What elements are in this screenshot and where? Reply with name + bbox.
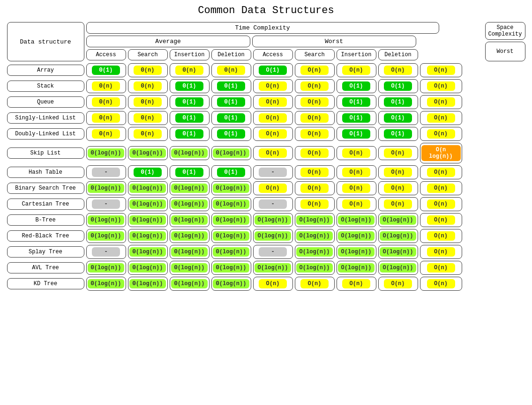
- main-table: Data structure Time Complexity Average W…: [6, 21, 526, 292]
- avg-cell: Θ(n): [170, 63, 210, 77]
- avg-cell: Θ(log(n)): [170, 277, 210, 291]
- avg-cell: Θ(log(n)): [170, 213, 210, 227]
- worst-cell: O(log(n)): [378, 229, 418, 243]
- avg-insertion-header: Insertion: [170, 49, 210, 60]
- worst-search-header: Search: [295, 49, 335, 60]
- worst-cell: O(log(n)): [295, 261, 335, 275]
- avg-cell: Θ(n): [128, 111, 168, 125]
- ds-name: Hash Table: [7, 167, 84, 178]
- ds-name: AVL Tree: [7, 262, 84, 273]
- worst-cell: O(1): [337, 111, 376, 125]
- table-row: Binary Search TreeΘ(log(n))Θ(log(n))Θ(lo…: [6, 180, 526, 196]
- avg-cell: Θ(log(n)): [86, 277, 126, 291]
- table-row: StackΘ(n)Θ(n)Θ(1)Θ(1)O(n)O(n)O(1)O(1)O(n…: [6, 78, 526, 94]
- avg-cell: Θ(1): [86, 63, 126, 77]
- avg-cell: Θ(log(n)): [211, 213, 251, 227]
- avg-cell: Θ(log(n)): [128, 197, 168, 211]
- worst-cell: O(n): [253, 127, 293, 141]
- worst-cell: O(n): [295, 181, 335, 195]
- avg-cell: Θ(n): [86, 95, 126, 109]
- worst-cell: O(n): [295, 127, 335, 141]
- avg-cell: Θ(log(n)): [170, 197, 210, 211]
- avg-cell: Θ(1): [170, 127, 210, 141]
- ds-name: Stack: [7, 81, 84, 92]
- average-header: Average: [86, 36, 250, 47]
- worst-cell: O(n): [378, 181, 418, 195]
- avg-cell: Θ(1): [211, 95, 251, 109]
- avg-cell: Θ(1): [128, 165, 168, 179]
- avg-cell: Θ(n): [86, 111, 126, 125]
- avg-cell: Θ(1): [170, 79, 210, 93]
- worst-cell: O(1): [253, 63, 293, 77]
- ds-header: Data structure: [7, 22, 84, 61]
- worst-cell: -: [253, 165, 293, 179]
- worst-header: Worst: [252, 36, 416, 47]
- avg-cell: Θ(log(n)): [211, 229, 251, 243]
- worst-cell: O(log(n)): [378, 213, 418, 227]
- space-cell: O(n): [420, 245, 462, 259]
- worst-cell: O(n): [295, 165, 335, 179]
- worst-cell: O(n): [337, 146, 376, 160]
- avg-cell: Θ(log(n)): [86, 181, 126, 195]
- avg-cell: Θ(log(n)): [128, 146, 168, 160]
- worst-cell: O(log(n)): [337, 229, 376, 243]
- avg-cell: Θ(log(n)): [128, 213, 168, 227]
- worst-cell: O(1): [337, 95, 376, 109]
- avg-cell: Θ(log(n)): [211, 197, 251, 211]
- worst-cell: O(log(n)): [253, 229, 293, 243]
- avg-cell: Θ(log(n)): [211, 245, 251, 259]
- table-row: AVL TreeΘ(log(n))Θ(log(n))Θ(log(n))Θ(log…: [6, 260, 526, 276]
- worst-cell: O(n): [295, 63, 335, 77]
- avg-cell: Θ(log(n)): [211, 277, 251, 291]
- avg-cell: Θ(log(n)): [128, 245, 168, 259]
- worst-cell: O(n): [295, 79, 335, 93]
- worst-cell: O(n): [253, 111, 293, 125]
- avg-deletion-header: Deletion: [211, 49, 251, 60]
- avg-search-header: Search: [128, 49, 168, 60]
- table-row: Singly-Linked ListΘ(n)Θ(n)Θ(1)Θ(1)O(n)O(…: [6, 110, 526, 126]
- avg-cell: Θ(log(n)): [128, 261, 168, 275]
- space-cell: O(n): [420, 197, 462, 211]
- avg-cell: Θ(1): [211, 165, 251, 179]
- ds-name: B-Tree: [7, 214, 84, 226]
- space-cell: O(n): [420, 181, 462, 195]
- worst-cell: O(1): [378, 127, 418, 141]
- avg-cell: Θ(1): [170, 165, 210, 179]
- space-cell: O(n): [420, 95, 462, 109]
- ds-name: Singly-Linked List: [7, 112, 84, 124]
- avg-cell: Θ(log(n)): [170, 229, 210, 243]
- space-cell: O(n): [420, 63, 462, 77]
- ds-name: Red-Black Tree: [7, 230, 84, 242]
- avg-cell: Θ(1): [170, 111, 210, 125]
- worst-cell: O(1): [337, 127, 376, 141]
- worst-cell: O(log(n)): [337, 261, 376, 275]
- worst-cell: O(n): [337, 277, 376, 291]
- worst-cell: O(log(n)): [378, 261, 418, 275]
- avg-cell: Θ(n): [211, 63, 251, 77]
- avg-cell: Θ(1): [211, 127, 251, 141]
- worst-cell: O(n): [378, 197, 418, 211]
- worst-cell: O(log(n)): [337, 245, 376, 259]
- space-cell: O(n): [420, 165, 462, 179]
- ds-name: Cartesian Tree: [7, 199, 84, 210]
- avg-access-header: Access: [86, 49, 126, 60]
- worst-cell: O(n): [253, 277, 293, 291]
- page-title: Common Data Structures: [5, 5, 527, 16]
- avg-cell: Θ(log(n)): [86, 146, 126, 160]
- space-complexity-header: Space Complexity: [485, 22, 525, 40]
- avg-cell: Θ(log(n)): [86, 213, 126, 227]
- table-row: Splay Tree-Θ(log(n))Θ(log(n))Θ(log(n))-O…: [6, 244, 526, 260]
- worst-cell: O(log(n)): [295, 245, 335, 259]
- worst-cell: O(n): [253, 95, 293, 109]
- worst-cell: O(log(n)): [295, 213, 335, 227]
- worst-cell: O(n): [378, 146, 418, 160]
- avg-cell: Θ(log(n)): [86, 229, 126, 243]
- worst-cell: O(n): [337, 181, 376, 195]
- worst-insertion-header: Insertion: [337, 49, 376, 60]
- ds-name: Doubly-Linked List: [7, 128, 84, 140]
- avg-cell: Θ(log(n)): [170, 245, 210, 259]
- worst-cell: O(n): [253, 146, 293, 160]
- worst-cell: O(n): [378, 277, 418, 291]
- avg-cell: Θ(n): [86, 79, 126, 93]
- table-row: Skip ListΘ(log(n))Θ(log(n))Θ(log(n))Θ(lo…: [6, 142, 526, 164]
